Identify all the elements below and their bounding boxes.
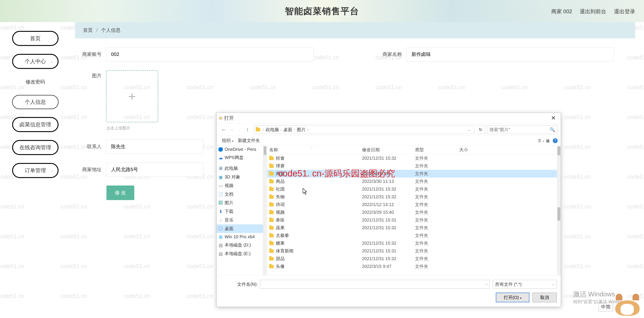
refresh-icon[interactable]: ↻ (476, 125, 485, 134)
nav-home[interactable]: 首页 (12, 31, 58, 46)
breadcrumb-home[interactable]: 首页 (83, 28, 93, 33)
tree-documents[interactable]: 📄文档 (217, 190, 267, 198)
help-icon[interactable]: ? (553, 138, 558, 143)
folder-icon (269, 156, 274, 160)
chevron-down-icon: ⌄ (50, 169, 53, 172)
search-icon[interactable]: 🔍 (550, 127, 555, 132)
folder-icon (256, 128, 260, 132)
path-seg-desktop[interactable]: 桌面 (282, 127, 293, 133)
tree-pc[interactable]: 🖥此电脑 (217, 164, 267, 173)
file-row[interactable]: 视频2022/3/29 15:40文件夹 (267, 208, 561, 216)
tree-3d-objects[interactable]: ▣3D 对象 (217, 173, 267, 181)
tree-scrollbar[interactable] (263, 146, 267, 275)
sidebar: 首页 个人中心⌄ 修改密码 个人信息 卤菜信息管理 在线咨询管理 订单管理⌄ (0, 22, 71, 200)
search-input[interactable] (490, 127, 550, 132)
tree-wps[interactable]: ☁WPS网盘 (217, 153, 267, 162)
nav-personal-center[interactable]: 个人中心⌄ (12, 54, 58, 69)
music-icon: ♪ (218, 218, 223, 222)
filename-label: 文件名(N): (221, 281, 258, 287)
video-icon: ▭ (218, 184, 223, 188)
nav-order-mgmt[interactable]: 订单管理⌄ (12, 163, 58, 178)
file-row[interactable]: 商家2022/3/8 9:28文件夹 (267, 170, 561, 178)
file-row[interactable]: 太极拳文件夹 (267, 232, 561, 240)
file-row[interactable]: 失物2021/12/31 15:32文件夹 (267, 193, 561, 201)
file-list-header[interactable]: 名称˄ 修改日期 类型 大小 (267, 146, 561, 154)
tree-drive-d[interactable]: ▤本地磁盘 (D:) (217, 241, 267, 249)
path-seg-pictures[interactable]: 图片 (296, 127, 306, 133)
tree-music[interactable]: ♪音乐 (217, 216, 267, 224)
nav-change-password[interactable]: 修改密码 (26, 77, 45, 87)
view-icons[interactable]: ☰▾▦ (537, 138, 550, 143)
chevron-down-icon: ⌄ (552, 283, 554, 286)
folder-icon (269, 188, 274, 191)
folder-icon (269, 218, 274, 222)
file-row[interactable]: 社团2021/12/31 15:32文件夹 (267, 185, 561, 193)
input-shop-name[interactable] (406, 47, 614, 62)
toolbar-organize[interactable]: 组织 ▾ (220, 136, 236, 145)
app-header: 智能卤菜销售平台 商家 002 退出到前台 退出登录 (0, 0, 644, 22)
tree-desktop[interactable]: 🖵桌面 (217, 224, 267, 233)
upload-box[interactable]: + (106, 70, 158, 122)
pc-icon: 🖥 (218, 166, 223, 171)
folder-icon (269, 265, 274, 268)
file-row[interactable]: 糖果2021/12/31 15:32文件夹 (267, 240, 561, 247)
desktop-pet[interactable] (613, 294, 642, 316)
file-row[interactable]: 蔬果2021/12/31 15:32文件夹 (267, 224, 561, 232)
drive-icon: ▤ (218, 252, 223, 256)
address-bar[interactable]: › 此电脑 › 桌面 › 图片 › ⌄ (254, 125, 474, 134)
file-list-area: 名称˄ 修改日期 类型 大小 轻食2021/12/31 15:32文件夹球赛文件… (267, 146, 561, 275)
nav-personal-info[interactable]: 个人信息 (12, 95, 58, 109)
ime-badge[interactable]: 中简 (598, 302, 613, 312)
file-row[interactable]: 诗词2022/1/12 14:12文件夹 (267, 201, 561, 208)
toolbar-new-folder[interactable]: 新建文件夹 (236, 136, 262, 145)
file-row[interactable]: 球赛文件夹 (267, 162, 561, 170)
nav-back-icon[interactable]: ← (220, 126, 228, 134)
file-open-dialog: 打开 ✕ ← → ⌄ ↑ › 此电脑 › 桌面 › 图片 › ⌄ ↻ 🔍 组织 … (216, 112, 561, 307)
tree-onedrive[interactable]: OneDrive - Pers (217, 146, 267, 153)
file-row[interactable]: 体育新闻2021/12/31 15:31文件夹 (267, 247, 561, 255)
file-row[interactable]: 商品2022/3/30 11:13文件夹 (267, 178, 561, 185)
file-row[interactable]: 头像2022/3/15 9:47文件夹 (267, 262, 561, 270)
header-user[interactable]: 商家 002 (551, 8, 572, 14)
windows-icon: ⊞ (218, 235, 223, 239)
label-address: 商家地址 (75, 166, 102, 173)
desktop-icon: 🖵 (218, 226, 223, 231)
close-icon[interactable]: ✕ (548, 114, 558, 122)
open-button[interactable]: 打开(O) ▾ (496, 292, 530, 302)
link-logout-front[interactable]: 退出到前台 (580, 8, 606, 14)
file-row[interactable]: 兽医2021/12/31 15:31文件夹 (267, 216, 561, 224)
file-type-select[interactable]: 所有文件 (*.*)⌄ (493, 280, 557, 289)
path-seg-pc[interactable]: 此电脑 (265, 127, 280, 133)
tree-downloads[interactable]: ⬇下载 (217, 207, 267, 216)
tree-drive-e[interactable]: ▤本地磁盘 (E:) (217, 249, 267, 258)
filename-input[interactable]: ⌄ (260, 280, 490, 289)
cancel-button[interactable]: 取消 (532, 292, 557, 302)
nav-recent-icon[interactable]: ⌄ (236, 126, 244, 134)
nav-up-icon[interactable]: ↑ (244, 126, 252, 134)
file-row[interactable]: 甜品2021/12/31 15:32文件夹 (267, 255, 561, 262)
dialog-titlebar[interactable]: 打开 ✕ (217, 113, 561, 124)
search-box[interactable]: 🔍 (487, 125, 558, 134)
sort-asc-icon: ˄ (311, 147, 312, 150)
label-account: 商家账号 (75, 51, 102, 58)
document-icon: 📄 (218, 192, 223, 196)
submit-button[interactable]: 修 改 (106, 186, 134, 200)
input-contact[interactable] (106, 140, 203, 154)
tree-pictures[interactable]: 🖼图片 (217, 198, 267, 207)
tree-videos[interactable]: ▭视频 (217, 181, 267, 190)
chevron-down-icon: ⌄ (50, 60, 53, 63)
nav-dish-mgmt[interactable]: 卤菜信息管理 (12, 117, 58, 132)
input-account[interactable] (106, 47, 314, 62)
list-scrollbar[interactable] (557, 146, 561, 275)
folder-icon (269, 249, 274, 253)
nav-consult-mgmt[interactable]: 在线咨询管理 (12, 140, 58, 155)
chevron-down-icon[interactable]: ⌄ (486, 282, 488, 285)
address-dropdown-icon[interactable]: ⌄ (466, 128, 472, 132)
tree-win10[interactable]: ⊞Win 10 Pro x64 (217, 233, 267, 241)
file-row[interactable]: 轻食2021/12/31 15:32文件夹 (267, 154, 561, 162)
picture-icon: 🖼 (218, 201, 223, 205)
nav-forward-icon[interactable]: → (228, 126, 236, 134)
input-address[interactable] (106, 162, 203, 177)
download-icon: ⬇ (218, 209, 223, 214)
link-logout[interactable]: 退出登录 (614, 8, 635, 14)
